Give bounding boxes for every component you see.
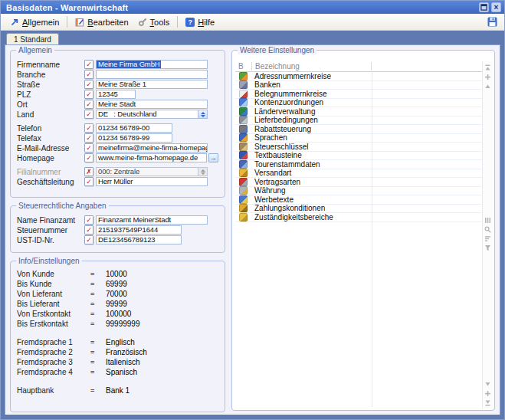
field-row-homepage: Homepage✓www.meine-firma-homepage.de→ [17,153,218,162]
field-row-ort: Ort✓Meine Stadt [17,100,218,109]
red-check-icon[interactable]: ✓ [84,100,93,109]
red-check-icon[interactable]: ✓ [84,153,93,162]
combo-arrow-icon[interactable] [198,168,207,176]
window-title: Basisdaten - Warenwirtschaft [6,3,128,12]
first-record-icon[interactable] [484,64,492,71]
sort-icon[interactable] [484,235,492,242]
red-check-icon[interactable]: ✓ [84,143,93,153]
list-item[interactable]: Werbetexte [235,195,491,205]
list-item[interactable]: Vertragsarten [235,178,491,187]
search-icon[interactable] [484,225,492,233]
list-item[interactable]: Rabattsteuerung [235,125,491,134]
list-item[interactable]: Tourenstammdaten [235,160,491,169]
text-blocks-icon [239,151,248,159]
list-item[interactable]: Adressnummernkreise [235,72,491,81]
list-item[interactable]: Kontenzuordnungen [235,99,491,108]
input-finanzamt[interactable]: Finanzamt MeinerStadt [96,215,208,225]
customize-view-icon[interactable] [484,216,492,224]
list-item-label: Tourenstammdaten [254,160,320,169]
append-record-icon[interactable] [484,389,492,397]
previous-record-icon[interactable] [484,82,492,90]
menu-bearbeiten[interactable]: Bearbeiten [71,16,133,28]
column-header-bezeichnung[interactable]: Bezeichnung [252,62,372,71]
languages-icon [239,133,248,142]
input-telefax[interactable]: 01234 56789-99 [96,133,172,143]
input-geschaeftsleitung[interactable]: Herr Müller [96,177,208,186]
allgemein-fields: Firmenname✓Meine Firma GmbHBranche✓Straß… [17,60,218,186]
list-item[interactable]: Textbausteine [235,152,491,161]
list-item[interactable]: Zahlungskonditionen [235,205,491,214]
field-row-finanzamt: Name Finanzamt✓Finanzamt MeinerStadt [17,215,218,225]
close-window-button[interactable]: × [491,2,501,12]
red-check-icon[interactable]: ✓ [84,60,93,69]
list-item[interactable]: Sprachen [235,134,491,143]
red-check-icon[interactable]: ✓ [84,123,93,133]
red-check-icon[interactable]: ✓ [84,133,93,143]
field-row-steuernummer: Steuernummer✓2151937549P1644 [17,225,218,235]
field-label-land: Land [17,110,84,119]
field-value-telefax: 01234 56789-99 [97,134,151,142]
input-branche[interactable] [96,70,208,79]
field-row-firmenname: Firmenname✓Meine Firma GmbH [17,60,218,69]
list-item[interactable]: Währung [235,187,491,196]
list-item[interactable]: Banken [235,81,491,90]
list-item[interactable]: Versandart [235,169,491,179]
info-value: 99999 [106,300,127,308]
menu-allgemein[interactable]: Allgemein [5,16,64,28]
open-homepage-button[interactable]: → [208,153,218,162]
info-label: Fremdsprache 3 [17,358,90,366]
info-row: Bis Kunde=69999 [17,279,218,289]
last-record-icon[interactable] [484,399,492,406]
field-value-telefon: 01234 56789-00 [97,124,151,132]
next-record-icon[interactable] [484,380,492,388]
tools-icon [138,18,147,27]
field-label-strasse: Straße [17,80,84,89]
red-check-icon[interactable]: ✓ [84,70,93,79]
combo-filialnummer[interactable]: 000: Zentrale [96,167,208,176]
filter-icon[interactable] [484,244,492,251]
input-steuernummer[interactable]: 2151937549P1644 [96,225,182,235]
tab-standard[interactable]: 1 Standard [6,33,59,44]
field-row-telefax: Telefax✓01234 56789-99 [17,133,218,143]
input-ustid[interactable]: DE123456789123 [96,235,182,244]
menubar-items: AllgemeinBearbeitenTools?Hilfe [5,16,219,28]
info-label: Von Erstkontakt [17,310,90,318]
red-check-icon[interactable]: ✓ [84,110,93,119]
list-item[interactable]: Zuständigkeitsbereiche [235,213,491,222]
red-check-icon[interactable]: ✓ [84,80,93,89]
equals-icon: = [90,339,106,346]
equals-icon: = [90,300,106,308]
restore-window-button[interactable] [479,2,489,12]
arrow-right-icon: → [210,154,217,162]
list-item-label: Zahlungskonditionen [254,204,325,212]
content-frame: 1 Standard Allgemein Firmenname✓Meine Fi… [1,31,504,419]
input-email[interactable]: meinefirma@meine-firma-homepage.de [96,143,208,153]
combo-arrow-icon[interactable] [198,110,207,118]
list-item[interactable]: Lieferbedingungen [235,116,491,126]
red-check-icon[interactable]: ✓ [84,90,93,99]
list-item-label: Kontenzuordnungen [254,98,323,107]
input-plz[interactable]: 12345 [96,90,136,99]
menu-hilfe[interactable]: ?Hilfe [181,16,219,28]
combo-land[interactable]: DE : Deutschland [96,110,208,119]
column-header-icon[interactable]: B [235,62,252,71]
input-firmenname[interactable]: Meine Firma GmbH [96,60,208,69]
info-value: 70000 [106,290,127,298]
menu-tools[interactable]: Tools [133,16,175,28]
list-item[interactable]: Belegnummernkreise [235,90,491,99]
list-item-label: Vertragsarten [254,178,300,186]
red-check-icon[interactable]: ✓ [84,177,93,186]
input-strasse[interactable]: Meine Straße 1 [96,80,208,89]
input-ort[interactable]: Meine Stadt [96,100,208,109]
red-check-icon[interactable]: ✓ [84,225,93,235]
list-item[interactable]: Länderverwaltung [235,107,491,116]
red-cross-icon[interactable]: ✗ [84,167,93,176]
insert-record-icon[interactable] [484,73,492,80]
input-telefon[interactable]: 01234 56789-00 [96,123,172,133]
input-homepage[interactable]: www.meine-firma-homepage.de [96,153,207,162]
save-button[interactable] [487,17,498,28]
banks-icon [239,80,248,89]
red-check-icon[interactable]: ✓ [84,235,93,244]
list-item[interactable]: Steuerschlüssel [235,143,491,152]
red-check-icon[interactable]: ✓ [84,215,93,225]
